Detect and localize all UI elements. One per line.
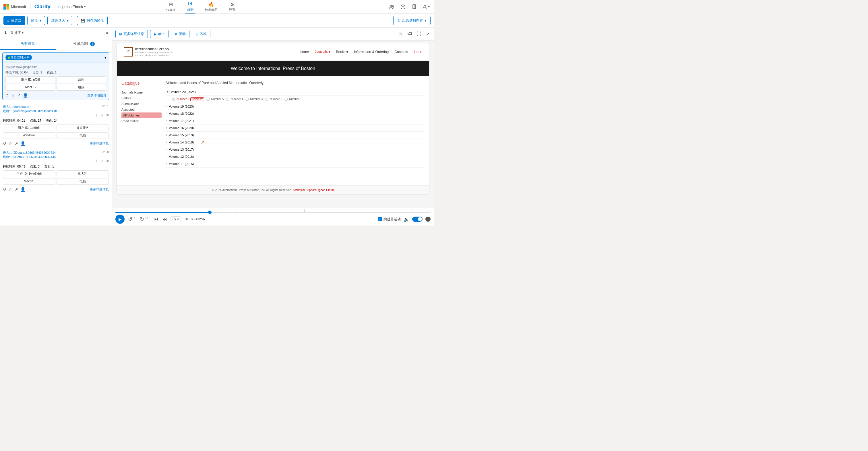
tag-icon[interactable]: 🏷 [406, 30, 413, 38]
rec-share-icon[interactable]: ↗ [14, 141, 18, 146]
aggregate-container: ↻ 汇总录制内容 ▾ [393, 16, 431, 25]
area-btn[interactable]: ⊞ 区域 [192, 30, 210, 38]
user-icon[interactable]: 👤 [23, 93, 28, 98]
share-icon[interactable]: ↗ [17, 93, 21, 98]
volume-12-row[interactable]: › Volume 12 (2016) [166, 153, 425, 160]
live-label: 5 位实时用户 [11, 55, 30, 60]
catalogue-editors[interactable]: Editors [121, 95, 162, 101]
catalogue-read-online[interactable]: Read Online [121, 118, 162, 124]
rec2-share-icon[interactable]: ↗ [14, 187, 18, 192]
star-icon[interactable]: ☆ [11, 93, 15, 98]
sidebar-collapse-btn[interactable]: « [105, 30, 108, 35]
rec-replay-icon[interactable]: ↺ [3, 141, 6, 146]
ip-nav-info[interactable]: Information & Ordering [354, 50, 389, 54]
session-country: 法国 [57, 76, 106, 83]
volume-19-row[interactable]: › Volume 19 (2023) [166, 103, 425, 110]
play-button[interactable]: ▶ [115, 215, 125, 224]
ip-footer: © 2024 International Press of Boston, In… [117, 185, 429, 195]
ip-logo-subtitle: Publishers of scholarly mathematical and… [135, 51, 173, 57]
users-icon-btn[interactable] [387, 2, 396, 11]
number-4-badge[interactable]: Number 4 [226, 98, 243, 101]
tick-group-2 [305, 210, 306, 212]
click-btn[interactable]: ▶ 单击 [150, 30, 168, 38]
bookmark-icon[interactable]: ☆ [398, 30, 404, 38]
volume-16-row[interactable]: › Volume 16 (2020) [166, 125, 425, 132]
nav-recording[interactable]: 录制 [185, 0, 196, 13]
rec2-star-icon[interactable]: ☆ [9, 187, 12, 192]
catalogue-accepted[interactable]: Accepted [121, 107, 162, 112]
user-account-btn[interactable]: ▾ [422, 2, 431, 11]
footer-link[interactable]: Technical Support Pigeon Cloud [293, 189, 334, 192]
rec-detail-link[interactable]: 更多详细信息 [90, 141, 109, 146]
nav-heatmap[interactable]: 🔥 热度地图 [203, 1, 220, 13]
share-icon[interactable]: ↗ [425, 30, 431, 38]
svg-point-17 [207, 98, 210, 101]
ip-nav-journals[interactable]: Journals ▾ [315, 50, 330, 54]
save-segment-btn[interactable]: 💾 另存为区段 [77, 16, 107, 25]
volume-icon[interactable]: 🔈 [404, 217, 409, 222]
volume-15-row[interactable]: › Volume 15 (2019) [166, 132, 425, 139]
volume-14-row[interactable]: › Volume 14 (2018) ↖ [166, 139, 425, 146]
catalogue-all-volumes[interactable]: All Volumes [121, 112, 162, 118]
sort-btn[interactable]: ⇅ 排序 ▾ [10, 30, 24, 35]
catalogue-journals-home[interactable]: Journals Home [121, 90, 162, 95]
sidebar-toolbar: ⬇ ⇅ 排序 ▾ « [0, 28, 112, 38]
volume-11-row[interactable]: › Volume 11 (2015) [166, 160, 425, 167]
number-6-badge[interactable]: 📄 Number 6 NEWEST [172, 97, 204, 101]
speed-selector[interactable]: 8x ▾ [170, 216, 181, 222]
project-selector[interactable]: Intlpress Ebook ▾ [55, 3, 88, 10]
detail-link[interactable]: 更多详细信息 [87, 93, 106, 98]
skip-inactive-checkbox[interactable]: ✓ [378, 217, 382, 221]
scroll-btn[interactable]: ✕ 滚动 [171, 30, 189, 38]
volume-18-row[interactable]: › Volume 18 (2022) [166, 110, 425, 117]
volume-15-label: Volume 15 (2019) [169, 133, 194, 137]
ip-nav-login[interactable]: Login [414, 50, 422, 54]
segment-btn[interactable]: 区段 ▾ [27, 16, 45, 25]
volume-17-row[interactable]: › Volume 17 (2021) [166, 117, 425, 125]
ip-nav-books[interactable]: Books ▾ [336, 50, 348, 54]
rec2-replay-icon[interactable]: ↺ [3, 187, 6, 192]
number-3-badge[interactable]: Number 3 [245, 98, 262, 101]
help-icon-btn[interactable]: ? [398, 2, 408, 11]
number-2-badge[interactable]: Number 2 [265, 98, 282, 101]
volume-20-row[interactable]: ▼ Volume 20 (2024) [166, 88, 425, 96]
prev-btn[interactable]: ⏮ [153, 216, 159, 222]
ip-nav-contacts[interactable]: Contacts [394, 50, 408, 54]
replay-forward-btn[interactable]: ↻ [139, 216, 145, 223]
rec-star-icon[interactable]: ☆ [9, 141, 12, 146]
number-1-badge[interactable]: Number 1 [284, 98, 302, 101]
rec-tags: 用户 ID: 1st9b6l 波多黎各 Windows 电脑 [3, 125, 109, 139]
recording-entry-1: 进入: ../journalabbr 22:51 退出: ../journals… [0, 102, 112, 148]
aggregate-btn[interactable]: ↻ 汇总录制内容 ▾ [393, 16, 431, 25]
volume-13-row[interactable]: › Volume 13 (2017) [166, 146, 425, 153]
replay-icon[interactable]: ↺ [5, 93, 9, 98]
catalogue-submissions[interactable]: Submissions [121, 101, 162, 107]
download-icon[interactable]: ⬇ [3, 30, 8, 36]
toggle-switch[interactable] [412, 217, 423, 222]
next-btn[interactable]: ⏭ [162, 216, 167, 222]
tab-favorites[interactable]: 收藏录制 1 [56, 38, 112, 50]
live-chevron-icon[interactable]: ▾ [104, 56, 106, 60]
playback-controls: ▶ ↺ 10 ↻ 10 ⏮ ⏭ 8x ▾ 01:07 / 03:56 [115, 215, 431, 224]
rec-user-icon[interactable]: 👤 [20, 141, 25, 146]
progress-track[interactable] [115, 212, 431, 213]
progress-thumb[interactable] [208, 211, 212, 214]
rec2-detail-link[interactable]: 更多详细信息 [90, 187, 109, 192]
rec2-user-icon[interactable]: 👤 [20, 187, 25, 192]
ip-nav-home[interactable]: Home [300, 50, 309, 54]
volume-11-chevron-icon: › [166, 162, 167, 165]
nav-dashboard[interactable]: ⊞ 仪表板 [164, 1, 178, 13]
svg-rect-3 [6, 7, 9, 9]
info-icon-btn[interactable]: i [425, 217, 431, 222]
tab-all-recordings[interactable]: 所有录制 [0, 38, 56, 50]
detail-btn[interactable]: ⊞ 更多详细信息 [115, 30, 148, 38]
recording-date: 十一月. 20 [3, 113, 109, 117]
time-range-btn[interactable]: 过去 3 天 ▾ [48, 16, 72, 25]
nav-settings[interactable]: ⚙ 设置 [227, 1, 238, 13]
filter-btn[interactable]: ≡ 筛选器 [3, 16, 25, 25]
fullscreen-icon[interactable]: ⛶ [415, 30, 422, 38]
volume-12-label: Volume 12 (2016) [169, 155, 194, 158]
tick-mark [374, 210, 374, 212]
number-5-badge[interactable]: Number 5 [206, 98, 224, 101]
document-icon-btn[interactable] [410, 2, 419, 11]
